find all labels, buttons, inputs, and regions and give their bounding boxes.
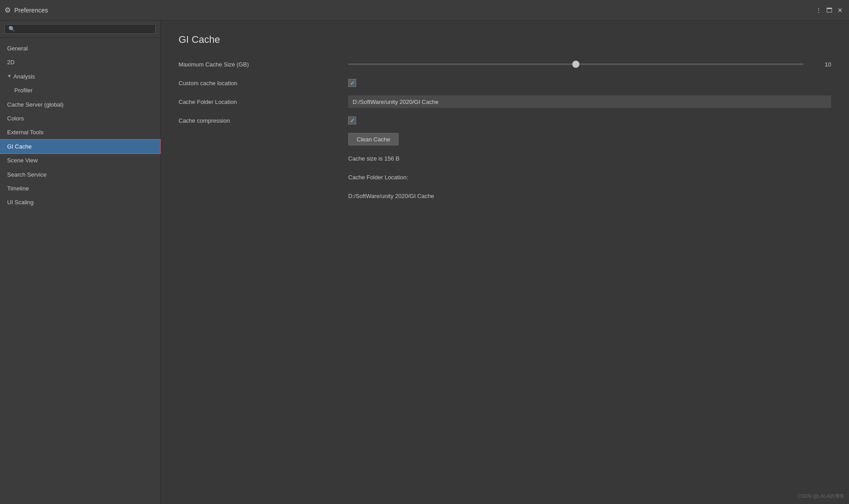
sidebar-item-profiler[interactable]: Profiler [0,83,160,97]
navigation-list: General 2D ▼ Analysis Profiler Cache Ser… [0,38,160,213]
content-area: 🔍 General 2D ▼ Analysis Profiler Cache S… [0,21,849,504]
cache-compression-row: Cache compression ✓ [179,114,831,127]
arrow-down-icon: ▼ [7,72,12,80]
custom-cache-control: ✓ [348,79,831,87]
sidebar-item-2d[interactable]: 2D [0,55,160,69]
watermark: CSDN @LALA的博客 [798,493,845,500]
search-icon: 🔍 [8,26,15,32]
cache-compression-label: Cache compression [179,117,348,124]
menu-button[interactable]: ⋮ [814,6,823,15]
cache-size-info-text: Cache size is 156 B [348,155,400,162]
title-bar-left: ⚙ Preferences [4,6,814,14]
cache-folder-info-label-row: Cache Folder Location: [179,170,831,183]
custom-cache-row: Custom cache location ✓ [179,77,831,89]
slider-container: 10 [348,61,831,68]
max-cache-row: Maximum Cache Size (GB) 10 [179,58,831,70]
sidebar-item-gi-cache[interactable]: GI Cache [0,140,160,153]
slider-value: 10 [809,61,831,68]
clean-cache-button[interactable]: Clean Cache [348,133,399,145]
settings-table: Maximum Cache Size (GB) 10 Custom cache … [179,58,831,202]
sidebar: 🔍 General 2D ▼ Analysis Profiler Cache S… [0,21,161,504]
max-cache-control: 10 [348,61,831,68]
sidebar-item-cache-server[interactable]: Cache Server (global) [0,98,160,112]
sidebar-item-analysis-label: Analysis [13,71,35,82]
sidebar-item-external-tools[interactable]: External Tools [0,125,160,139]
cache-folder-label: Cache Folder Location [179,99,348,105]
custom-cache-label: Custom cache location [179,80,348,87]
window-title: Preferences [14,7,48,14]
cache-compression-control: ✓ [348,116,831,124]
search-input[interactable] [18,26,152,32]
sidebar-item-timeline[interactable]: Timeline [0,182,160,195]
cache-size-info-control: Cache size is 156 B [348,154,831,162]
sidebar-item-scene-view[interactable]: Scene View [0,153,160,167]
title-bar: ⚙ Preferences ⋮ 🗖 ✕ [0,0,849,21]
title-bar-right: ⋮ 🗖 ✕ [814,6,845,15]
minimize-button[interactable]: 🗖 [825,6,834,15]
custom-cache-checkbox[interactable]: ✓ [348,79,356,87]
close-button[interactable]: ✕ [836,6,845,15]
clean-cache-control: Clean Cache [348,133,831,145]
sidebar-item-colors[interactable]: Colors [0,112,160,125]
cache-folder-info-path-row: D:/SoftWare/unity 2020/GI Cache [179,189,831,202]
sidebar-item-ui-scaling[interactable]: UI Scaling [0,195,160,209]
cache-compression-checkbox[interactable]: ✓ [348,116,356,124]
page-title: GI Cache [179,34,831,45]
checkbox-check-icon: ✓ [350,80,355,87]
cache-size-slider[interactable] [348,63,803,65]
preferences-window: ⚙ Preferences ⋮ 🗖 ✕ 🔍 General 2D ▼ [0,0,849,504]
cache-folder-info-label-text: Cache Folder Location: [348,174,408,181]
compression-check-icon: ✓ [350,117,355,124]
sidebar-item-analysis[interactable]: ▼ Analysis [0,70,160,83]
clean-cache-row: Clean Cache [179,133,831,145]
sidebar-item-search-service[interactable]: Search Service [0,168,160,182]
search-bar: 🔍 [0,21,160,38]
sidebar-item-general[interactable]: General [0,41,160,55]
max-cache-label: Maximum Cache Size (GB) [179,61,348,68]
search-wrapper[interactable]: 🔍 [4,24,156,34]
cache-folder-path-input[interactable] [348,95,831,108]
cache-folder-control [348,95,831,108]
cache-folder-row: Cache Folder Location [179,95,831,108]
cache-size-info-row: Cache size is 156 B [179,152,831,164]
cache-folder-info-path-text: D:/SoftWare/unity 2020/GI Cache [348,193,434,199]
main-content: GI Cache Maximum Cache Size (GB) 10 Cust… [161,21,849,504]
gear-icon: ⚙ [4,6,11,14]
cache-folder-info-label-control: Cache Folder Location: [348,173,831,181]
cache-folder-info-path-control: D:/SoftWare/unity 2020/GI Cache [348,192,831,199]
